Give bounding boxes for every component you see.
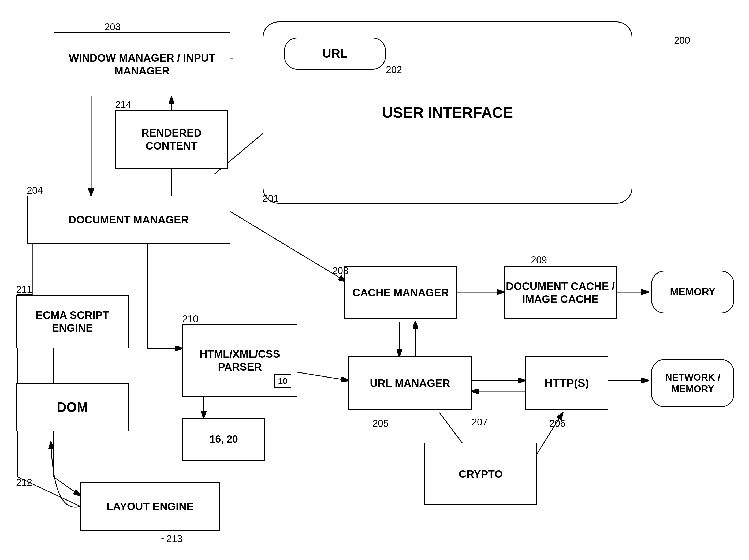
window-manager-box: WINDOW MANAGER / INPUT MANAGER <box>53 32 231 96</box>
ref-207: 207 <box>472 417 488 428</box>
ref-212: 212 <box>16 477 32 488</box>
layout-engine-box: LAYOUT ENGINE <box>80 482 220 531</box>
memory-box: MEMORY <box>651 271 734 314</box>
ref-210: 210 <box>182 314 198 325</box>
cache-manager-box: CACHE MANAGER <box>344 266 457 319</box>
document-cache-box: DOCUMENT CACHE / IMAGE CACHE <box>504 266 617 319</box>
rendered-content-box: RENDERED CONTENT <box>115 110 228 169</box>
ref-200: 200 <box>674 35 690 46</box>
ref-202: 202 <box>386 64 402 76</box>
ref-206: 206 <box>549 418 565 429</box>
ecma-script-box: ECMA SCRIPT ENGINE <box>16 295 129 348</box>
url-pill: URL <box>284 38 386 70</box>
url-manager-box: URL MANAGER <box>348 357 472 410</box>
ref-203: 203 <box>105 21 121 33</box>
https-box: HTTP(S) <box>525 357 608 410</box>
dom-box: DOM <box>16 383 129 431</box>
svg-line-8 <box>231 212 346 281</box>
svg-line-26 <box>53 477 80 496</box>
ref-211: 211 <box>16 284 32 295</box>
ref-213: ~213 <box>161 533 183 544</box>
box-16-20: 16, 20 <box>182 418 265 461</box>
html-parser-box: HTML/XML/CSS PARSER 10 <box>182 324 297 396</box>
crypto-box: CRYPTO <box>425 443 537 505</box>
ref-208: 208 <box>332 265 348 277</box>
ref-204: 204 <box>27 185 43 196</box>
network-memory-box: NETWORK / MEMORY <box>651 359 734 407</box>
ref-205: 205 <box>372 418 389 429</box>
ref-201: 201 <box>263 193 279 204</box>
diagram: 200 USER INTERFACE 201 URL 202 WINDOW MA… <box>0 0 749 560</box>
document-manager-box: DOCUMENT MANAGER <box>27 196 231 244</box>
ref-209: 209 <box>531 255 547 266</box>
ref-214: 214 <box>115 99 131 110</box>
